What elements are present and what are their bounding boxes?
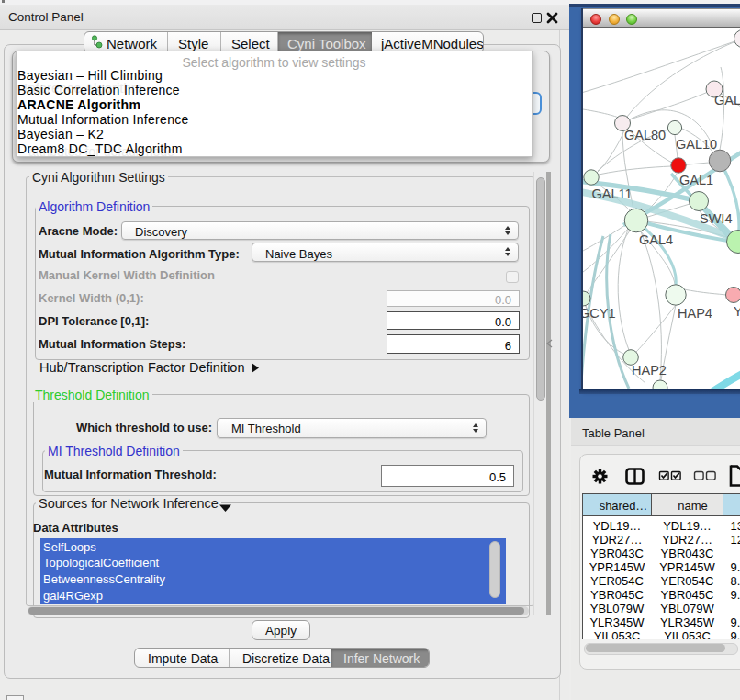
svg-text:HAP2: HAP2 bbox=[632, 363, 667, 378]
svg-text:GAL2: GAL2 bbox=[714, 93, 740, 107]
svg-text:HAP4: HAP4 bbox=[678, 306, 712, 321]
svg-text:GAL11: GAL11 bbox=[592, 186, 633, 201]
svg-text:GAL10: GAL10 bbox=[676, 137, 717, 152]
svg-text:YM: YM bbox=[734, 304, 740, 319]
svg-text:GAL1: GAL1 bbox=[679, 173, 713, 187]
svg-text:GAL80: GAL80 bbox=[624, 128, 666, 142]
svg-text:GCY1: GCY1 bbox=[583, 306, 616, 321]
svg-text:GAL4: GAL4 bbox=[639, 232, 673, 247]
svg-text:SWI4: SWI4 bbox=[700, 211, 732, 226]
